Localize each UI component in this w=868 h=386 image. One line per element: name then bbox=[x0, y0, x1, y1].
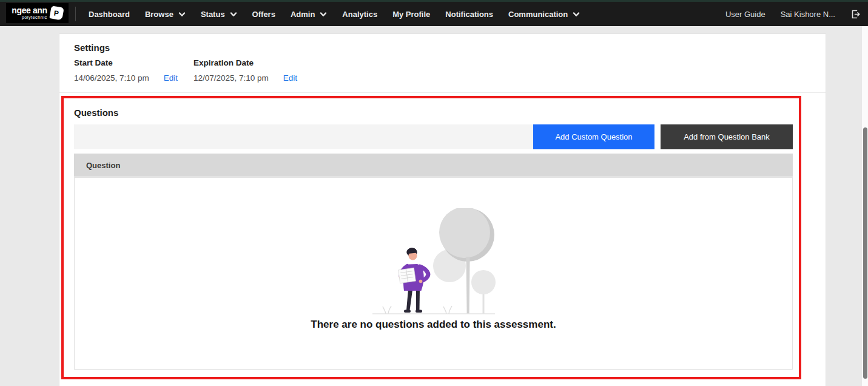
nav-item-status[interactable]: Status bbox=[201, 10, 237, 19]
nav-item-admin[interactable]: Admin bbox=[291, 10, 327, 19]
nav-item-label: Offers bbox=[252, 10, 275, 19]
question-column-header: Question bbox=[74, 161, 120, 170]
nav-right: User Guide Sai Kishore N... bbox=[725, 2, 861, 26]
start-date-edit-link[interactable]: Edit bbox=[164, 73, 178, 83]
nav-items: Dashboard Browse Status Offers Admin Ana… bbox=[89, 2, 580, 26]
settings-title: Settings bbox=[74, 42, 110, 53]
nav-item-label: Notifications bbox=[445, 10, 493, 19]
nav-item-notifications[interactable]: Notifications bbox=[445, 10, 493, 19]
nav-item-label: Browse bbox=[145, 10, 173, 19]
user-guide-link[interactable]: User Guide bbox=[725, 10, 765, 19]
start-date-label: Start Date bbox=[74, 58, 193, 67]
nav-item-analytics[interactable]: Analytics bbox=[342, 10, 377, 19]
question-table-header: Question bbox=[74, 154, 793, 177]
assessment-card: Settings Start Date 14/06/2025, 7:10 pm … bbox=[59, 33, 826, 386]
expiration-date-field: Expiration Date 12/07/2025, 7:10 pm Edit bbox=[193, 58, 313, 83]
nav-item-browse[interactable]: Browse bbox=[145, 10, 186, 19]
start-date-field: Start Date 14/06/2025, 7:10 pm Edit bbox=[74, 58, 193, 83]
user-name[interactable]: Sai Kishore N... bbox=[781, 10, 835, 19]
start-date-value: 14/06/2025, 7:10 pm bbox=[74, 73, 149, 83]
nav-divider bbox=[75, 7, 76, 21]
add-from-question-bank-button[interactable]: Add from Question Bank bbox=[661, 124, 793, 149]
nav-item-label: My Profile bbox=[392, 10, 430, 19]
expiration-date-edit-link[interactable]: Edit bbox=[283, 73, 297, 83]
logo-line1: ngee ann bbox=[12, 6, 47, 15]
expiration-date-value: 12/07/2025, 7:10 pm bbox=[193, 73, 269, 83]
scrollbar[interactable] bbox=[861, 26, 868, 386]
nav-item-label: Analytics bbox=[342, 10, 377, 19]
logo-wordmark: ngee ann polytechnic bbox=[12, 6, 47, 20]
nav-item-label: Communication bbox=[508, 10, 568, 19]
person-figure bbox=[398, 248, 428, 313]
logout-icon[interactable] bbox=[850, 9, 861, 19]
chevron-down-icon bbox=[230, 12, 237, 17]
logo-badge-letter: P bbox=[53, 8, 59, 18]
nav-item-my-profile[interactable]: My Profile bbox=[392, 10, 430, 19]
question-table-body: There are no questions added to this ass… bbox=[74, 177, 793, 370]
nav-item-label: Dashboard bbox=[89, 10, 130, 19]
scrollbar-thumb[interactable] bbox=[863, 127, 867, 379]
chevron-down-icon bbox=[573, 12, 580, 17]
empty-state-illustration bbox=[364, 208, 503, 316]
top-navbar: ngee ann polytechnic P Dashboard Browse … bbox=[0, 2, 868, 26]
expiration-date-label: Expiration Date bbox=[193, 58, 313, 67]
nav-item-offers[interactable]: Offers bbox=[252, 10, 275, 19]
app-screen: ngee ann polytechnic P Dashboard Browse … bbox=[0, 0, 868, 386]
nav-item-label: Status bbox=[201, 10, 225, 19]
settings-fields: Start Date 14/06/2025, 7:10 pm Edit Expi… bbox=[74, 58, 313, 83]
questions-title: Questions bbox=[74, 107, 118, 118]
empty-state-message: There are no questions added to this ass… bbox=[75, 319, 792, 331]
chevron-down-icon bbox=[320, 12, 327, 17]
ngee-ann-logo[interactable]: ngee ann polytechnic P bbox=[6, 3, 69, 23]
logo-shield-icon: P bbox=[49, 5, 64, 20]
logo-line2: polytechnic bbox=[22, 15, 47, 20]
chevron-down-icon bbox=[178, 12, 186, 17]
nav-item-dashboard[interactable]: Dashboard bbox=[89, 10, 130, 19]
add-custom-question-button[interactable]: Add Custom Question bbox=[533, 124, 654, 149]
nav-item-communication[interactable]: Communication bbox=[508, 10, 580, 19]
nav-item-label: Admin bbox=[291, 10, 315, 19]
section-divider bbox=[59, 92, 826, 93]
